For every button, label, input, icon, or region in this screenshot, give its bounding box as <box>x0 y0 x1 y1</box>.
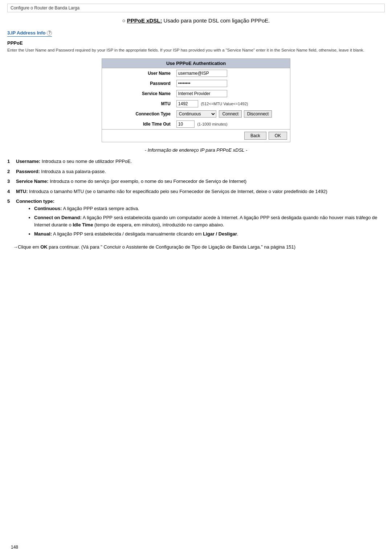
instruction-item-4: 4 MTU: Introduza o tamanho MTU (se o tam… <box>7 188 385 195</box>
bullet-connect-on-demand: Connect on Demand: A ligação PPP será es… <box>34 214 385 228</box>
instruction-list: 1 Username: Introduza o seu nome de util… <box>7 158 385 241</box>
username-row: User Name <box>102 68 290 78</box>
password-cell <box>173 78 290 89</box>
connection-type-cell: Continuous Connect on Demand Manual Conn… <box>173 109 290 119</box>
note-ok-bold: OK <box>40 244 48 250</box>
page-heading: ○ PPPoE xDSL: Usado para ponte DSL com l… <box>7 17 385 24</box>
idle-timeout-cell: (1-1000 minutes) <box>173 119 290 129</box>
form-header: Use PPPoE Authentication <box>102 59 290 68</box>
idle-timeout-row: Idle Time Out (1-1000 minutes) <box>102 119 290 129</box>
heading-link: PPPoE xDSL: <box>127 17 162 24</box>
top-bar-text: Configure o Router de Banda Larga <box>11 5 79 11</box>
connect-button[interactable]: Connect <box>219 110 242 118</box>
page-number: 148 <box>11 545 18 550</box>
item-1-num: 1 <box>7 158 13 165</box>
section-title: 3.IP Address Info ? <box>7 30 52 37</box>
item-5-text: Connection type: Continuous: A ligação P… <box>16 198 385 241</box>
bullet-continuous: Continuous: A ligação PPP estará sempre … <box>34 205 385 212</box>
bullet-cod-bold: Connect on Demand: <box>34 215 82 220</box>
caption: - Informação de endereço IP para PPPoE x… <box>7 147 385 153</box>
item-4-text: MTU: Introduza o tamanho MTU (se o taman… <box>16 188 327 195</box>
item-2-bold: Password: <box>16 169 40 174</box>
disconnect-button[interactable]: Disconnect <box>244 110 272 118</box>
form-container: Use PPPoE Authentication User Name Passw… <box>102 58 290 142</box>
section-title-text: 3.IP Address Info <box>7 30 45 36</box>
username-cell <box>173 68 290 78</box>
item-4-bold: MTU: <box>16 189 28 194</box>
item-4-num: 4 <box>7 188 13 195</box>
bullet-manual: Manual: A ligação PPP será estabelecida … <box>34 230 385 238</box>
service-input[interactable] <box>176 90 227 97</box>
connection-type-label: Connection Type <box>102 109 173 119</box>
mtu-label: MTU <box>102 99 173 109</box>
mtu-input[interactable] <box>176 100 198 107</box>
note-line: →Clique em OK para continuar. (Vá para "… <box>13 243 385 251</box>
item-3-bold: Service Name: <box>16 179 49 184</box>
mtu-row: MTU (512<=MTU Value<=1492) <box>102 99 290 109</box>
item-2-num: 2 <box>7 168 13 175</box>
item-3-num: 3 <box>7 178 13 185</box>
instruction-item-2: 2 Password: Introduza a sua palavra-pass… <box>7 168 385 175</box>
service-row: Service Name <box>102 89 290 99</box>
connection-type-select[interactable]: Continuous Connect on Demand Manual <box>176 110 216 118</box>
top-bar: Configure o Router de Banda Larga <box>7 4 385 12</box>
idle-timeout-label: Idle Time Out <box>102 119 173 129</box>
connection-type-row: Connection Type Continuous Connect on De… <box>102 109 290 119</box>
note-arrow: → <box>13 244 18 250</box>
ligar-desligar-bold: Ligar / Desligar <box>203 231 237 237</box>
form-table: User Name Password Service Name MTU (512… <box>102 68 290 129</box>
ok-button[interactable]: OK <box>269 132 287 140</box>
mtu-cell: (512<=MTU Value<=1492) <box>173 99 290 109</box>
connection-type-bullets: Continuous: A ligação PPP estará sempre … <box>34 205 385 238</box>
heading-prefix: ○ <box>122 17 127 24</box>
service-label: Service Name <box>102 89 173 99</box>
instruction-item-1: 1 Username: Introduza o seu nome de util… <box>7 158 385 165</box>
pppoe-description: Enter the User Name and Password require… <box>7 47 385 53</box>
username-label: User Name <box>102 68 173 78</box>
mtu-hint: (512<=MTU Value<=1492) <box>201 102 248 106</box>
item-1-bold: Username: <box>16 159 40 164</box>
username-input[interactable] <box>176 70 227 77</box>
help-icon[interactable]: ? <box>47 30 52 36</box>
idle-hint: (1-1000 minutes) <box>197 122 227 126</box>
service-cell <box>173 89 290 99</box>
instruction-item-3: 3 Service Name: Introduza o nome do serv… <box>7 178 385 185</box>
password-row: Password <box>102 78 290 89</box>
item-5-bold: Connection type: <box>16 198 54 204</box>
form-buttons: Back OK <box>102 129 290 142</box>
instruction-item-5: 5 Connection type: Continuous: A ligação… <box>7 198 385 241</box>
bullet-continuous-bold: Continuous: <box>34 206 62 211</box>
item-3-text: Service Name: Introduza o nome do serviç… <box>16 178 246 185</box>
idle-time-bold: Idle Time <box>73 222 93 228</box>
bullet-manual-bold: Manual: <box>34 231 52 237</box>
idle-timeout-input[interactable] <box>176 120 195 128</box>
item-2-text: Password: Introduza a sua palavra-passe. <box>16 168 106 175</box>
password-input[interactable] <box>176 80 227 87</box>
back-button[interactable]: Back <box>244 132 266 140</box>
item-1-text: Username: Introduza o seu nome de utiliz… <box>16 158 132 165</box>
password-label: Password <box>102 78 173 89</box>
pppoe-label: PPPoE <box>7 40 385 46</box>
heading-suffix: Usado para ponte DSL com ligação PPPoE. <box>162 17 270 24</box>
item-5-num: 5 <box>7 198 13 241</box>
